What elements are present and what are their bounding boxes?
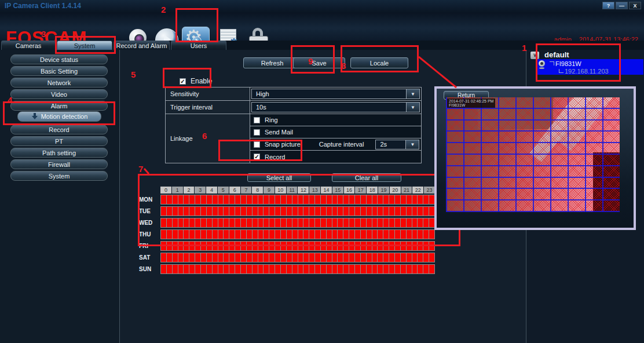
schedule-slot[interactable]: [361, 218, 366, 227]
schedule-slot[interactable]: [367, 265, 372, 273]
schedule-slot[interactable]: [407, 195, 412, 204]
schedule-slot[interactable]: [275, 195, 280, 204]
schedule-slot[interactable]: [418, 265, 423, 273]
schedule-slot[interactable]: [321, 253, 326, 262]
schedule-slot[interactable]: [178, 207, 184, 216]
schedule-slot[interactable]: [383, 253, 389, 262]
schedule-slot[interactable]: [372, 195, 378, 204]
schedule-slot[interactable]: [423, 230, 429, 239]
schedule-slot[interactable]: [189, 207, 195, 216]
schedule-slot[interactable]: [201, 230, 206, 239]
schedule-slot[interactable]: [401, 230, 406, 239]
sidebar-item-path-setting[interactable]: Path setting: [10, 148, 108, 158]
schedule-slot[interactable]: [253, 242, 258, 250]
schedule-slot[interactable]: [361, 265, 366, 273]
schedule-slot[interactable]: [201, 218, 206, 227]
schedule-slot[interactable]: [281, 253, 286, 262]
schedule-slot[interactable]: [189, 265, 195, 273]
schedule-slot[interactable]: [338, 195, 343, 204]
schedule-slot[interactable]: [372, 207, 378, 216]
schedule-slot[interactable]: [383, 207, 389, 216]
schedule-slot[interactable]: [229, 230, 235, 239]
schedule-slot[interactable]: [338, 218, 343, 227]
hour-header-15[interactable]: 15: [332, 187, 343, 194]
schedule-slot[interactable]: [161, 230, 166, 239]
schedule-slot[interactable]: [218, 242, 224, 250]
schedule-slot[interactable]: [264, 218, 269, 227]
schedule-slot[interactable]: [343, 230, 349, 239]
schedule-slot[interactable]: [292, 242, 298, 250]
schedule-slot[interactable]: [275, 265, 280, 273]
schedule-slot[interactable]: [327, 218, 332, 227]
schedule-slot[interactable]: [309, 242, 314, 250]
schedule-slot[interactable]: [173, 207, 178, 216]
schedule-slot[interactable]: [258, 242, 264, 250]
chevron-down-icon[interactable]: ▼: [405, 140, 419, 149]
schedule-slot[interactable]: [258, 195, 264, 204]
schedule-slot[interactable]: [361, 230, 366, 239]
tab-cameras[interactable]: Cameras: [1, 41, 56, 50]
schedule-slot[interactable]: [349, 230, 354, 239]
schedule-slot[interactable]: [207, 207, 212, 216]
schedule-slot[interactable]: [315, 253, 320, 262]
schedule-slot[interactable]: [281, 195, 286, 204]
schedule-slot[interactable]: [395, 242, 400, 250]
schedule-slot[interactable]: [241, 218, 246, 227]
schedule-slot[interactable]: [287, 242, 292, 250]
schedule-slot[interactable]: [367, 242, 372, 250]
schedule-slot[interactable]: [258, 207, 264, 216]
schedule-slot[interactable]: [372, 218, 378, 227]
group-collapse-icon[interactable]: ∨: [530, 52, 539, 59]
schedule-slot[interactable]: [167, 195, 172, 204]
schedule-slot[interactable]: [321, 242, 326, 250]
hour-header-1[interactable]: 1: [172, 187, 183, 194]
schedule-slot[interactable]: [241, 253, 246, 262]
schedule-slot[interactable]: [372, 265, 378, 273]
schedule-slot[interactable]: [349, 242, 354, 250]
schedule-slot[interactable]: [315, 207, 320, 216]
schedule-slot[interactable]: [389, 230, 394, 239]
schedule-slot[interactable]: [412, 195, 418, 204]
schedule-slot[interactable]: [298, 230, 303, 239]
schedule-slot[interactable]: [401, 242, 406, 250]
schedule-slot[interactable]: [327, 242, 332, 250]
schedule-slot[interactable]: [355, 242, 360, 250]
schedule-slot[interactable]: [321, 230, 326, 239]
schedule-slot[interactable]: [253, 195, 258, 204]
schedule-slot[interactable]: [303, 207, 309, 216]
schedule-slot[interactable]: [269, 253, 275, 262]
schedule-slot[interactable]: [378, 242, 383, 250]
schedule-slot[interactable]: [378, 207, 383, 216]
camera-tree-selected-item[interactable]: FI9831W 192.168.11.203: [536, 59, 643, 75]
schedule-slot[interactable]: [161, 265, 166, 273]
schedule-slot[interactable]: [281, 242, 286, 250]
schedule-slot[interactable]: [229, 242, 235, 250]
schedule-slot[interactable]: [423, 207, 429, 216]
schedule-slot[interactable]: [287, 195, 292, 204]
minimize-button[interactable]: —: [616, 2, 628, 9]
capture-interval-dropdown[interactable]: 2s▼: [375, 140, 419, 149]
refresh-button[interactable]: Refresh: [243, 57, 301, 68]
schedule-slot[interactable]: [383, 265, 389, 273]
sidebar-item-device-status[interactable]: Device status: [10, 54, 108, 64]
schedule-slot[interactable]: [275, 253, 280, 262]
schedule-slot[interactable]: [201, 265, 206, 273]
schedule-slot[interactable]: [264, 207, 269, 216]
schedule-slot[interactable]: [173, 230, 178, 239]
schedule-slot[interactable]: [258, 230, 264, 239]
schedule-slot[interactable]: [224, 195, 229, 204]
schedule-slot[interactable]: [349, 218, 354, 227]
schedule-slot[interactable]: [383, 230, 389, 239]
schedule-slot[interactable]: [292, 207, 298, 216]
schedule-slot[interactable]: [167, 230, 172, 239]
schedule-slot[interactable]: [269, 207, 275, 216]
schedule-slot[interactable]: [161, 207, 166, 216]
schedule-slot[interactable]: [395, 230, 400, 239]
hour-header-8[interactable]: 8: [252, 187, 263, 194]
schedule-slot[interactable]: [218, 265, 224, 273]
schedule-slot[interactable]: [395, 207, 400, 216]
schedule-slot[interactable]: [383, 195, 389, 204]
schedule-slot[interactable]: [418, 195, 423, 204]
schedule-slot[interactable]: [167, 265, 172, 273]
schedule-slot[interactable]: [275, 218, 280, 227]
